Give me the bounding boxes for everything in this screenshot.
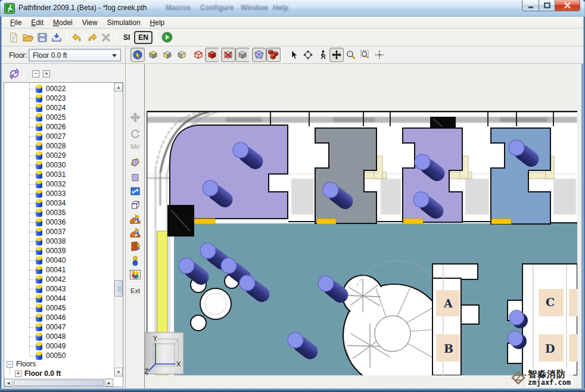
tree-item-label[interactable]: 00042	[46, 275, 66, 284]
save-button[interactable]	[35, 30, 49, 45]
thin-wall-tool-button[interactable]	[128, 185, 142, 198]
tree-item-occupant[interactable]: 00049	[36, 341, 66, 351]
tree-item-occupant[interactable]: 00047	[36, 322, 66, 332]
stairs-one-way-tool-button[interactable]: 1	[128, 213, 142, 226]
maximize-button[interactable]	[539, 0, 555, 11]
scroll-left-button[interactable]: ◀	[4, 379, 13, 387]
pan-tool-button[interactable]	[329, 48, 344, 62]
tree-node-floor-0[interactable]: + Floor 0.0 ft	[15, 369, 61, 378]
add-occupant-tool-button[interactable]	[128, 254, 142, 267]
model-canvas[interactable]: A B C D	[144, 64, 581, 389]
tree-item-label[interactable]: 00027	[46, 132, 66, 141]
tree-item-label[interactable]: 00044	[46, 294, 66, 303]
run-simulation-button[interactable]	[160, 30, 174, 45]
tree-item-occupant[interactable]: 00043	[36, 284, 66, 294]
tree-item-label[interactable]: 00045	[46, 304, 66, 312]
zoom-tool-button[interactable]	[344, 48, 358, 62]
tree-item-occupant[interactable]: 00024	[36, 103, 66, 113]
tree-item-label[interactable]: 00050	[46, 351, 66, 360]
scroll-right-button[interactable]: ▶	[105, 379, 113, 387]
tree-item-occupant[interactable]: 00027	[36, 132, 66, 141]
mirror-tool-button[interactable]: Mir	[126, 143, 145, 150]
tree-node-label[interactable]: Floors	[16, 360, 36, 368]
tree-item-occupant[interactable]: 00040	[36, 256, 66, 265]
tree-item-label[interactable]: 00039	[46, 247, 66, 255]
si-units-button[interactable]: SI	[120, 32, 133, 43]
tree-item-label[interactable]: 00035	[46, 209, 66, 217]
refresh-tree-icon[interactable]	[9, 69, 20, 79]
show-occupants-button[interactable]	[266, 48, 281, 62]
scrollbar-thumb[interactable]	[114, 280, 123, 297]
expand-all-button[interactable]: +	[43, 70, 50, 77]
move-tool-button[interactable]	[128, 111, 142, 124]
tree-item-occupant[interactable]: 00025	[36, 113, 66, 122]
undo-button[interactable]	[70, 30, 85, 45]
tree-item-occupant[interactable]: 00045	[36, 303, 66, 313]
tree-item-label[interactable]: 00031	[46, 170, 66, 179]
cube-front-view-button[interactable]	[160, 48, 175, 62]
tree-item-occupant[interactable]: 00031	[36, 170, 66, 179]
hide-obstructions-button[interactable]	[221, 48, 235, 62]
tree-item-occupant[interactable]: 00039	[36, 246, 66, 256]
scrollbar-thumb[interactable]	[14, 379, 104, 386]
tree-node-label[interactable]: Floor 0.0 ft	[24, 369, 61, 378]
menu-view[interactable]: View	[77, 17, 102, 28]
tree-item-occupant[interactable]: 00048	[36, 332, 66, 341]
tree-item-label[interactable]: 00048	[46, 332, 66, 341]
zoom-box-tool-button[interactable]	[358, 48, 372, 62]
close-button[interactable]	[555, 0, 580, 11]
reset-view-button[interactable]	[372, 48, 387, 62]
tree-node-floors[interactable]: − Floors	[7, 359, 36, 369]
tree-item-occupant[interactable]: 00044	[36, 294, 66, 303]
tree-item-occupant[interactable]: 00034	[36, 198, 66, 208]
rotate-tool-button[interactable]	[128, 127, 142, 140]
tree-item-label[interactable]: 00047	[46, 323, 66, 331]
add-occupant-group-tool-button[interactable]	[128, 268, 142, 281]
tree-item-occupant[interactable]: 00026	[36, 122, 66, 132]
orbit-tool-button[interactable]	[301, 48, 315, 62]
door-tool-button[interactable]	[128, 240, 142, 253]
box-obstruction-tool-button[interactable]	[128, 198, 142, 211]
nav-view-button[interactable]	[130, 48, 145, 62]
redo-button[interactable]	[85, 30, 99, 45]
tree-item-label[interactable]: 00043	[46, 285, 66, 293]
tree-horizontal-scrollbar[interactable]: ◀ ▶	[4, 378, 114, 387]
tree-item-occupant[interactable]: 00030	[36, 160, 66, 170]
select-tool-button[interactable]	[287, 48, 301, 62]
show-navmesh-button[interactable]	[252, 48, 266, 62]
stairs-two-way-tool-button[interactable]: 2	[128, 226, 142, 239]
title-bar[interactable]: Pathfinder 2009.1 (Beta) - *fog creek.pt…	[0, 0, 585, 17]
floor-select[interactable]: Floor 0.0 ft	[29, 49, 121, 61]
scroll-down-button[interactable]: ▼	[114, 368, 123, 377]
show-wireframe-button[interactable]	[191, 48, 206, 62]
tree-item-occupant[interactable]: 00036	[36, 217, 66, 227]
tree-item-occupant[interactable]: 00050	[36, 351, 66, 360]
tree-item-label[interactable]: 00038	[46, 237, 66, 245]
tree-item-label[interactable]: 00026	[46, 123, 66, 131]
en-units-button[interactable]: EN	[134, 31, 153, 44]
tree-item-label[interactable]: 00028	[46, 142, 66, 150]
tree-item-label[interactable]: 00030	[46, 161, 66, 169]
tree-item-label[interactable]: 00036	[46, 218, 66, 226]
tree-item-label[interactable]: 00037	[46, 228, 66, 236]
expand-node-icon[interactable]: +	[15, 371, 21, 377]
tree-item-label[interactable]: 00032	[46, 180, 66, 188]
tree-item-label[interactable]: 00046	[46, 313, 66, 322]
delete-button[interactable]	[99, 30, 113, 45]
floorplan-view[interactable]: A B C D	[145, 64, 581, 375]
collapse-all-button[interactable]: −	[32, 70, 39, 77]
tree-item-occupant[interactable]: 00032	[36, 179, 66, 189]
tree-item-occupant[interactable]: 00033	[36, 189, 66, 198]
import-button[interactable]	[49, 30, 64, 45]
tree-item-occupant[interactable]: 00042	[36, 275, 66, 284]
cube-top-view-button[interactable]	[146, 48, 160, 62]
tree-item-label[interactable]: 00034	[46, 199, 66, 207]
new-file-button[interactable]	[7, 30, 21, 45]
menu-file[interactable]: File	[5, 17, 26, 28]
show-obstructions-button[interactable]	[235, 48, 250, 62]
tree-item-label[interactable]: 00033	[46, 189, 66, 198]
walk-tool-button[interactable]	[315, 48, 329, 62]
minimize-button[interactable]	[522, 0, 539, 11]
extract-tool-button[interactable]: Ext	[126, 287, 145, 294]
menu-edit[interactable]: Edit	[26, 17, 48, 28]
